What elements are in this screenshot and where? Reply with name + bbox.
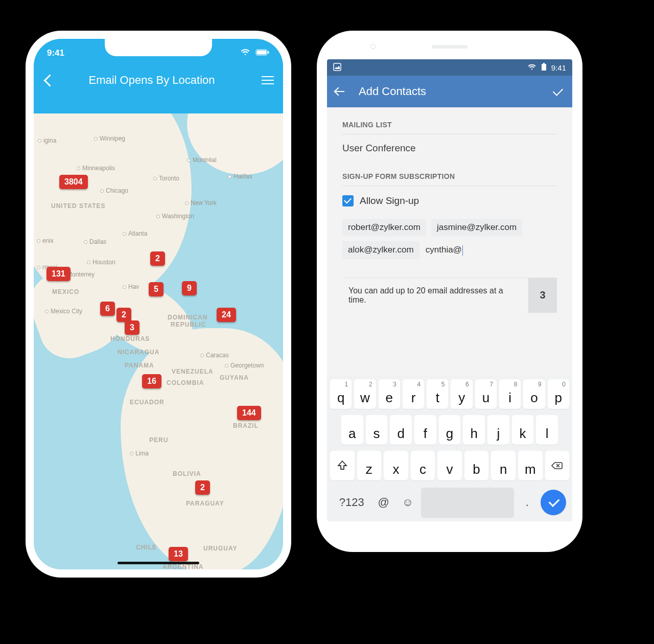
android-frame: 9:41 Add Contacts MAILING LIST User Conf…: [317, 31, 582, 552]
map-pin[interactable]: 6: [100, 302, 115, 316]
back-button[interactable]: [43, 73, 52, 88]
key-v[interactable]: v: [437, 451, 462, 480]
key-t[interactable]: 5t: [427, 379, 448, 409]
map-pin[interactable]: 3804: [59, 175, 88, 189]
map-pin[interactable]: 2: [195, 480, 210, 495]
key-z[interactable]: z: [357, 451, 382, 480]
key-n[interactable]: n: [491, 451, 516, 480]
mailing-list-value[interactable]: User Conference: [342, 143, 557, 154]
allow-signup-label: Allow Sign-up: [360, 195, 419, 206]
svg-rect-4: [542, 64, 546, 71]
key-g[interactable]: g: [439, 415, 461, 445]
key-e[interactable]: 3e: [379, 379, 400, 409]
android-status-bar: 9:41: [327, 59, 572, 76]
map-pin[interactable]: 131: [46, 267, 71, 281]
map-country-label: NICARAGUA: [118, 349, 159, 356]
iphone-frame: 9:41 Email Opens By Location: [26, 31, 291, 578]
mailing-list-label: MAILING LIST: [342, 121, 557, 129]
space-key[interactable]: [421, 488, 513, 517]
key-m[interactable]: m: [518, 451, 543, 480]
android-header: Add Contacts: [327, 76, 572, 107]
key-s[interactable]: s: [366, 415, 388, 445]
map-city-label: Montréal: [187, 156, 217, 164]
map-pin[interactable]: 2: [150, 251, 165, 266]
emoji-key[interactable]: ☺: [397, 488, 418, 517]
enter-key[interactable]: [541, 490, 566, 515]
subscription-label: SIGN-UP FORM SUBSCRIPTION: [342, 172, 557, 180]
key-o[interactable]: 9o: [523, 379, 545, 409]
key-x[interactable]: x: [384, 451, 408, 480]
key-l[interactable]: l: [536, 415, 558, 445]
email-chip[interactable]: robert@zylker.com: [342, 219, 426, 236]
email-chip[interactable]: alok@zylker.com: [342, 241, 419, 259]
map-view[interactable]: WinnipegMinneapolisChicagoTorontoMontréa…: [34, 113, 283, 569]
map-pin[interactable]: 9: [182, 281, 197, 295]
email-chips[interactable]: robert@zylker.comjasmine@zylker.comalok@…: [342, 219, 557, 259]
back-button[interactable]: [335, 86, 346, 97]
map-pin[interactable]: 16: [142, 374, 161, 388]
key-k[interactable]: k: [512, 415, 534, 445]
keyboard[interactable]: 1q2w3e4r5t6y7u8i9o0p asdfghjkl zxcvbnm ?…: [327, 376, 572, 521]
key-q[interactable]: 1q: [330, 379, 352, 409]
map-country-label: PERU: [149, 436, 168, 444]
map-city-label: Washington: [156, 213, 194, 220]
map-pin[interactable]: 144: [237, 406, 261, 420]
key-i[interactable]: 8i: [499, 379, 521, 409]
key-h[interactable]: h: [463, 415, 485, 445]
map-country-label: URUGUAY: [203, 545, 238, 552]
email-chip[interactable]: jasmine@zylker.com: [431, 219, 522, 236]
map-city-label: Chicago: [100, 187, 128, 194]
map-city-label: Atlanta: [123, 230, 147, 237]
map-city-label: Mexico City: [45, 308, 82, 315]
menu-icon[interactable]: [262, 76, 274, 84]
key-f[interactable]: f: [414, 415, 436, 445]
email-input[interactable]: cynthia@: [425, 241, 464, 259]
key-r[interactable]: 4r: [403, 379, 424, 409]
map-city-label: Houston: [87, 259, 115, 266]
page-title: Email Opens By Location: [42, 74, 262, 87]
hint-count: 3: [528, 278, 557, 313]
android-status-time: 9:41: [551, 63, 566, 72]
map-city-label: Georgetown: [225, 362, 264, 369]
map-city-label: Caracas: [200, 352, 229, 359]
symbols-key[interactable]: ?123: [333, 488, 370, 517]
key-p[interactable]: 0p: [548, 379, 569, 409]
key-w[interactable]: 2w: [354, 379, 376, 409]
confirm-button[interactable]: [552, 85, 564, 98]
at-key[interactable]: @: [373, 488, 394, 517]
key-b[interactable]: b: [464, 451, 489, 480]
map-country-label: PARAGUAY: [186, 500, 224, 507]
battery-icon: [255, 48, 270, 58]
map-city-label: enix: [37, 237, 54, 244]
map-city-label: Dallas: [84, 238, 106, 245]
iphone-notch: [105, 39, 212, 56]
map-pin[interactable]: 3: [125, 320, 139, 335]
period-key[interactable]: .: [517, 488, 538, 517]
map-pin[interactable]: 2: [116, 308, 131, 322]
map-pin[interactable]: 24: [217, 308, 236, 322]
image-icon: [333, 63, 341, 73]
battery-icon: [542, 63, 548, 72]
map-pin[interactable]: 5: [149, 282, 164, 296]
map-pin[interactable]: 13: [169, 547, 188, 561]
key-u[interactable]: 7u: [475, 379, 497, 409]
backspace-key[interactable]: [545, 451, 570, 480]
key-y[interactable]: 6y: [451, 379, 472, 409]
shift-key[interactable]: [330, 451, 355, 480]
map-country-label: CHILE: [136, 544, 157, 551]
map-country-label: MEXICO: [52, 288, 79, 295]
map-country-label: REPUBLIC: [171, 321, 206, 328]
key-d[interactable]: d: [390, 415, 412, 445]
svg-rect-3: [334, 63, 341, 71]
allow-signup-row[interactable]: Allow Sign-up: [342, 195, 557, 206]
svg-rect-5: [543, 63, 545, 64]
checkbox-icon[interactable]: [342, 195, 354, 206]
map-city-label: Lima: [130, 450, 149, 457]
svg-rect-1: [257, 51, 267, 55]
hint-text: You can add up to 20 email addresses at …: [342, 278, 528, 313]
map-city-label: Halifax: [228, 173, 252, 180]
key-a[interactable]: a: [341, 415, 363, 445]
key-j[interactable]: j: [487, 415, 509, 445]
key-c[interactable]: c: [411, 451, 435, 480]
home-indicator[interactable]: [118, 562, 199, 564]
